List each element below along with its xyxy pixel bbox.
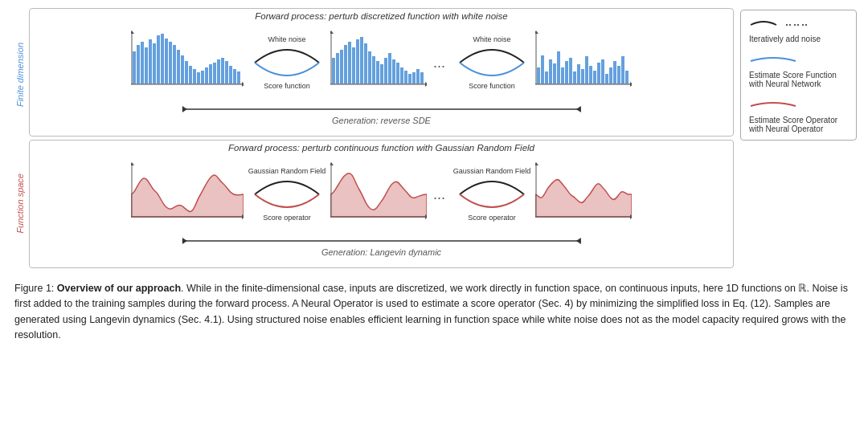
bottom-charts-row: Gaussian Random Field Score operator	[30, 154, 733, 234]
top-row-panel: Forward process: perturb discretized fun…	[29, 8, 734, 137]
svg-rect-5	[149, 39, 152, 84]
bottom-score-2: Gaussian Random Field Score operator	[452, 167, 532, 222]
main-container: Finite dimension Function space Forward …	[0, 0, 868, 350]
svg-rect-12	[177, 50, 180, 84]
svg-rect-7	[157, 35, 160, 84]
bottom-chart-2	[330, 159, 427, 230]
svg-marker-102	[535, 162, 538, 165]
caption-figure-label: Figure 1:	[14, 283, 54, 294]
svg-rect-72	[581, 69, 584, 84]
svg-rect-65	[553, 63, 556, 84]
bottom-row-header: Forward process: perturb continuous func…	[30, 141, 733, 154]
svg-rect-14	[185, 61, 188, 84]
svg-rect-83	[625, 71, 628, 84]
top-dots: ...	[430, 55, 448, 70]
svg-rect-35	[340, 50, 343, 84]
svg-marker-94	[131, 162, 134, 165]
svg-rect-1	[133, 51, 136, 84]
svg-rect-11	[173, 45, 176, 84]
bottom-score-1-bottom-label: Score operator	[263, 214, 311, 222]
svg-rect-49	[396, 63, 399, 84]
svg-rect-9	[165, 39, 168, 84]
svg-rect-42	[368, 51, 371, 84]
svg-marker-98	[330, 162, 334, 165]
svg-rect-46	[384, 58, 387, 84]
svg-rect-51	[404, 71, 407, 84]
svg-rect-78	[605, 74, 608, 84]
legend-item-score-op: Estimate Score Operator with Neural Oper…	[749, 98, 848, 133]
svg-rect-69	[569, 58, 572, 84]
top-row-header: Forward process: perturb discretized fun…	[30, 9, 733, 22]
top-score-2-top-label: White noise	[473, 35, 510, 43]
legend-item-noise: Iteratively add noise	[749, 17, 848, 43]
svg-rect-71	[577, 64, 580, 84]
svg-marker-89	[182, 106, 187, 112]
side-labels: Finite dimension Function space	[11, 8, 29, 268]
top-score-1-top-label: White noise	[268, 35, 305, 43]
svg-rect-27	[237, 71, 240, 84]
legend-item-score-fn: Estimate Score Function with Neural Netw…	[749, 53, 848, 88]
svg-marker-90	[576, 106, 581, 112]
svg-rect-36	[344, 45, 347, 84]
svg-rect-50	[400, 67, 403, 84]
svg-rect-54	[416, 69, 420, 84]
svg-rect-16	[193, 69, 196, 84]
svg-rect-79	[609, 67, 612, 84]
svg-rect-21	[213, 63, 216, 84]
svg-rect-45	[380, 64, 383, 84]
caption-bold: Overview of our approach	[54, 283, 181, 294]
legend-noise-label: Iteratively add noise	[749, 35, 848, 43]
svg-rect-37	[348, 42, 351, 84]
legend-score-op-label: Estimate Score Operator with Neural Oper…	[749, 116, 848, 133]
svg-rect-70	[573, 71, 576, 84]
svg-rect-18	[201, 71, 204, 84]
svg-rect-68	[565, 61, 568, 84]
top-score-1: White noise Score function	[247, 35, 327, 90]
svg-rect-55	[420, 72, 424, 84]
svg-rect-23	[221, 58, 224, 84]
svg-rect-67	[561, 67, 564, 84]
bottom-chart-3	[535, 159, 632, 230]
svg-rect-43	[372, 56, 375, 84]
svg-rect-66	[557, 51, 560, 84]
svg-marker-87	[535, 31, 538, 34]
top-score-2-bottom-label: Score function	[469, 82, 515, 90]
svg-rect-74	[589, 66, 592, 84]
svg-marker-105	[576, 238, 581, 244]
svg-rect-22	[217, 59, 220, 84]
svg-rect-4	[145, 47, 148, 84]
svg-rect-17	[197, 72, 200, 84]
svg-rect-15	[189, 66, 192, 84]
bottom-score-1-top-label: Gaussian Random Field	[248, 167, 326, 175]
svg-rect-44	[376, 61, 379, 84]
svg-rect-24	[225, 61, 228, 84]
svg-rect-47	[388, 53, 391, 84]
svg-rect-80	[613, 61, 616, 84]
bottom-chart-1	[131, 159, 244, 230]
legend-score-fn-label: Estimate Score Function with Neural Netw…	[749, 71, 848, 88]
svg-rect-62	[541, 55, 544, 84]
svg-rect-25	[229, 66, 232, 84]
bottom-row-panel: Forward process: perturb continuous func…	[29, 140, 734, 268]
svg-rect-75	[593, 71, 596, 84]
svg-rect-13	[181, 55, 184, 84]
legend-box: Iteratively add noise Estimate Score Fun…	[740, 10, 857, 141]
top-score-2: White noise Score function	[452, 35, 532, 90]
bottom-score-1: Gaussian Random Field Score operator	[247, 167, 327, 222]
top-chart-2	[330, 27, 427, 98]
svg-rect-34	[336, 53, 339, 84]
svg-rect-64	[549, 59, 552, 84]
bottom-dots: ...	[430, 187, 448, 202]
svg-marker-59	[330, 31, 334, 34]
svg-marker-31	[131, 31, 134, 34]
top-row-footer: Generation: reverse SDE	[332, 114, 431, 127]
svg-rect-20	[209, 64, 212, 84]
svg-rect-82	[621, 56, 624, 84]
svg-marker-104	[182, 238, 187, 244]
svg-rect-26	[233, 69, 236, 84]
bottom-score-2-bottom-label: Score operator	[468, 214, 516, 222]
svg-rect-48	[392, 59, 395, 84]
svg-rect-6	[153, 43, 156, 84]
svg-rect-2	[137, 45, 140, 84]
svg-rect-38	[352, 47, 355, 84]
